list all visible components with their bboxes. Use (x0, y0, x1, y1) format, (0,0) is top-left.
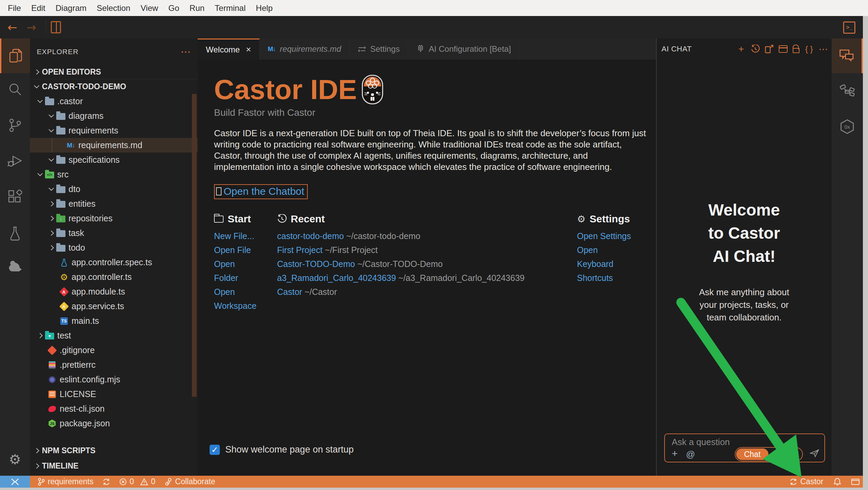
sidebar-scrollbar[interactable] (192, 94, 197, 397)
tree-item-gitignore[interactable]: .gitignore (30, 343, 198, 358)
open-settings-link[interactable]: Open Settings (577, 229, 645, 243)
chevron-right-icon (49, 245, 54, 251)
search-icon[interactable] (0, 72, 30, 107)
braces-icon[interactable]: { } (805, 44, 813, 54)
keyboard-shortcuts-link[interactable]: Shortcuts (577, 271, 645, 285)
tree-item-eslint-config[interactable]: eslint.config.mjs (30, 372, 198, 387)
keyboard-shortcuts-link[interactable]: Keyboard (577, 257, 645, 271)
testing-flask-icon[interactable] (0, 216, 30, 251)
tree-item-app-controller-spec[interactable]: app.controller.spec.ts (30, 255, 198, 270)
menu-terminal[interactable]: Terminal (210, 0, 251, 16)
forward-icon[interactable]: → (22, 20, 41, 34)
send-icon[interactable] (809, 448, 820, 458)
split-editor-icon[interactable] (51, 21, 61, 33)
tree-item-src[interactable]: </> src (30, 167, 198, 182)
mention-at-icon[interactable]: @ (686, 449, 695, 460)
menu-run[interactable]: Run (184, 0, 210, 16)
recent-item[interactable]: Castor ~/Castor (277, 285, 577, 299)
menu-selection[interactable]: Selection (92, 0, 136, 16)
castor-status-button[interactable]: Castor (789, 477, 823, 486)
menu-edit[interactable]: Edit (26, 0, 50, 16)
new-file-link[interactable]: New File... (214, 229, 277, 243)
extensions-icon[interactable] (0, 179, 30, 214)
tree-item-diagrams[interactable]: diagrams (30, 109, 198, 123)
mode-chat-button[interactable]: Chat (736, 448, 768, 460)
tree-item-main-ts[interactable]: TS main.ts (30, 314, 198, 328)
menu-view[interactable]: View (135, 0, 163, 16)
tab-requirements-md[interactable]: M↓ requirements.md (260, 38, 350, 60)
open-folder-link[interactable]: Folder (214, 271, 277, 285)
tree-item-dto[interactable]: dto (30, 182, 198, 196)
tree-item-app-controller[interactable]: ⚙ app.controller.ts (30, 270, 198, 284)
more-icon[interactable]: ⋯ (819, 44, 828, 55)
menu-help[interactable]: Help (251, 0, 278, 16)
history-icon[interactable] (751, 45, 760, 53)
recent-item[interactable]: Castor-TODO-Demo ~/Castor-TODO-Demo (277, 257, 577, 271)
ai-chat-icon[interactable] (832, 38, 863, 73)
run-debug-icon[interactable] (0, 143, 30, 178)
chat-question-input[interactable] (672, 437, 774, 447)
tree-item-todo[interactable]: todo (30, 240, 198, 255)
keyboard-shortcuts-link[interactable]: Open (577, 243, 645, 257)
mode-agent-button[interactable]: Agent (768, 450, 802, 459)
tree-item-nest-cli[interactable]: nest-cli.json (30, 401, 198, 416)
bell-icon[interactable] (834, 477, 841, 486)
recent-item[interactable]: First Project ~/First Project (277, 243, 577, 257)
hex-0x-icon[interactable]: 0x (832, 109, 863, 144)
menu-file[interactable]: File (3, 0, 26, 16)
section-timeline[interactable]: TIMELINE (30, 459, 198, 473)
tab-settings[interactable]: Settings (350, 38, 408, 60)
new-chat-icon[interactable]: + (737, 44, 746, 54)
back-icon[interactable]: ← (3, 20, 22, 34)
panel-toggle-icon[interactable] (851, 479, 859, 485)
tree-item-requirements[interactable]: requirements (30, 123, 198, 138)
remote-indicator[interactable] (0, 476, 30, 488)
open-file-link[interactable]: Open File (214, 243, 277, 257)
source-control-icon[interactable] (0, 108, 30, 143)
tree-item-requirements-md-selected[interactable]: M↓ requirements.md (30, 138, 198, 153)
recent-item[interactable]: castor-todo-demo ~/castor-todo-demo (277, 229, 577, 243)
tree-item-prettierrc[interactable]: .prettierrc (30, 358, 198, 372)
terminal-icon[interactable]: >_ (843, 21, 855, 34)
open-chatbot-link[interactable]: Open the Chatbot (214, 184, 308, 199)
folder-icon (56, 245, 65, 252)
tree-item-specifications[interactable]: specifications (30, 153, 198, 167)
collaborate-button[interactable]: Collaborate (164, 477, 215, 486)
diagram-icon[interactable] (832, 74, 863, 108)
section-workspace-root[interactable]: CASTOR-TODO-DEMO (30, 79, 198, 94)
recent-item[interactable]: a3_Ramadori_Carlo_40243639 ~/a3_Ramadori… (277, 271, 577, 285)
tree-item-entities[interactable]: entities (30, 196, 198, 211)
layout-icon[interactable] (779, 45, 788, 53)
open-workspace-link[interactable]: Open (214, 285, 277, 299)
close-icon[interactable]: × (246, 44, 251, 55)
castor-mascot-icon[interactable] (0, 249, 30, 284)
open-workspace-link[interactable]: Workspace (214, 299, 277, 313)
menu-diagram[interactable]: Diagram (50, 0, 92, 16)
section-open-editors[interactable]: OPEN EDITORS (30, 65, 198, 79)
tab-ai-configuration[interactable]: AI Configuration [Beta] (408, 38, 519, 60)
explorer-icon[interactable] (0, 38, 30, 73)
open-in-editor-icon[interactable] (765, 45, 774, 53)
tree-item-package-json[interactable]: JS package.json (30, 416, 198, 431)
tab-welcome[interactable]: Welcome × (198, 38, 260, 60)
tree-item-app-service[interactable]: A app.service.ts (30, 299, 198, 314)
open-folder-link[interactable]: Open (214, 257, 277, 271)
attach-plus-icon[interactable]: + (672, 448, 678, 459)
tree-item-repositories[interactable]: ↓ repositories (30, 211, 198, 226)
tree-item-test[interactable]: ⌆ test (30, 328, 198, 343)
show-welcome-checkbox[interactable]: ✓ (210, 445, 220, 455)
explorer-more-icon[interactable]: ⋯ (181, 50, 191, 53)
chat-input-box[interactable]: + @ Chat Agent (664, 433, 825, 462)
tree-item-castor-folder[interactable]: .castor (30, 94, 198, 109)
section-npm-scripts[interactable]: NPM SCRIPTS (30, 443, 198, 458)
tree-item-app-module[interactable]: A app.module.ts (30, 284, 198, 299)
sync-button[interactable] (102, 478, 110, 486)
tree-item-task[interactable]: task (30, 226, 198, 240)
errors-icon (119, 478, 127, 486)
unlock-icon[interactable] (793, 48, 800, 53)
settings-gear-icon[interactable]: ⚙ (0, 442, 30, 477)
branch-indicator[interactable]: requirements (37, 477, 93, 486)
problems-indicator[interactable]: 0 0 (119, 477, 155, 486)
tree-item-license[interactable]: LICENSE (30, 387, 198, 401)
menu-go[interactable]: Go (163, 0, 184, 16)
